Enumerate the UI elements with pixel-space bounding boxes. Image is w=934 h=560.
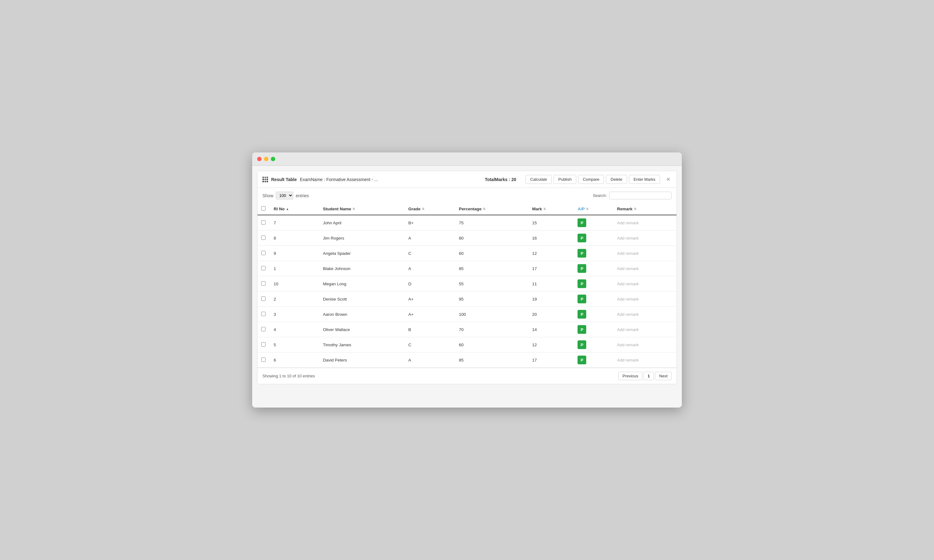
th-remark[interactable]: Remark ⇅ [613, 203, 677, 215]
cell-grade: A [405, 231, 455, 246]
remark-text[interactable]: Add remark [617, 251, 639, 256]
table-row: 8 Jim Rogers A 80 16 P Add remark [257, 231, 677, 246]
cell-remark[interactable]: Add remark [613, 307, 677, 322]
th-rl-no[interactable]: Rl No ▲ [270, 203, 319, 215]
row-checkbox[interactable] [261, 312, 265, 316]
th-mark[interactable]: Mark ⇅ [528, 203, 574, 215]
row-checkbox[interactable] [261, 281, 265, 286]
showing-text: Showing 1 to 10 of 10 entries [262, 374, 315, 378]
ap-badge[interactable]: P [578, 340, 586, 349]
enter-marks-button[interactable]: Enter Marks [629, 175, 660, 184]
next-button[interactable]: Next [655, 372, 672, 380]
ap-badge[interactable]: P [578, 264, 586, 273]
row-checkbox[interactable] [261, 235, 265, 240]
publish-button[interactable]: Publish [553, 175, 576, 184]
select-all-checkbox[interactable] [261, 206, 265, 211]
row-checkbox-cell[interactable] [257, 322, 270, 337]
cell-student-name: Timothy James [319, 337, 404, 352]
remark-text[interactable]: Add remark [617, 312, 639, 317]
row-checkbox-cell[interactable] [257, 276, 270, 292]
cell-remark[interactable]: Add remark [613, 292, 677, 307]
th-ap[interactable]: A/P ⇅ [574, 203, 613, 215]
row-checkbox-cell[interactable] [257, 352, 270, 368]
cell-ap[interactable]: P [574, 292, 613, 307]
remark-text[interactable]: Add remark [617, 266, 639, 271]
row-checkbox-cell[interactable] [257, 246, 270, 261]
row-checkbox[interactable] [261, 342, 265, 346]
cell-remark[interactable]: Add remark [613, 231, 677, 246]
minimize-traffic-light[interactable] [264, 157, 268, 161]
search-input[interactable] [609, 192, 672, 199]
maximize-traffic-light[interactable] [271, 157, 275, 161]
cell-grade: B+ [405, 215, 455, 231]
close-traffic-light[interactable] [257, 157, 262, 161]
cell-rl-no: 6 [270, 352, 319, 368]
content-area: Result Table ExamName : Formative Assess… [257, 171, 677, 384]
cell-remark[interactable]: Add remark [613, 322, 677, 337]
cell-ap[interactable]: P [574, 352, 613, 368]
cell-mark: 15 [528, 215, 574, 231]
remark-text[interactable]: Add remark [617, 358, 639, 362]
cell-ap[interactable]: P [574, 231, 613, 246]
remark-text[interactable]: Add remark [617, 221, 639, 225]
ap-badge[interactable]: P [578, 355, 586, 364]
cell-ap[interactable]: P [574, 337, 613, 352]
row-checkbox[interactable] [261, 297, 265, 301]
compare-button[interactable]: Compare [578, 175, 604, 184]
cell-remark[interactable]: Add remark [613, 337, 677, 352]
page-1-button[interactable]: 1 [644, 372, 654, 380]
row-checkbox-cell[interactable] [257, 261, 270, 276]
toolbar: Result Table ExamName : Formative Assess… [257, 171, 677, 188]
cell-remark[interactable]: Add remark [613, 276, 677, 292]
cell-remark[interactable]: Add remark [613, 352, 677, 368]
previous-button[interactable]: Previous [618, 372, 642, 380]
close-button[interactable]: ✕ [665, 176, 672, 182]
calculate-button[interactable]: Calculate [526, 175, 552, 184]
cell-ap[interactable]: P [574, 215, 613, 231]
remark-text[interactable]: Add remark [617, 343, 639, 347]
row-checkbox[interactable] [261, 266, 265, 270]
cell-remark[interactable]: Add remark [613, 215, 677, 231]
row-checkbox[interactable] [261, 357, 265, 362]
row-checkbox[interactable] [261, 220, 265, 225]
table-footer: Showing 1 to 10 of 10 entries Previous 1… [257, 368, 677, 384]
cell-percentage: 80 [455, 231, 528, 246]
ap-badge[interactable]: P [578, 249, 586, 258]
ap-badge[interactable]: P [578, 310, 586, 318]
cell-remark[interactable]: Add remark [613, 246, 677, 261]
row-checkbox-cell[interactable] [257, 307, 270, 322]
cell-percentage: 95 [455, 292, 528, 307]
row-checkbox-cell[interactable] [257, 292, 270, 307]
cell-ap[interactable]: P [574, 276, 613, 292]
sort-grade-icon: ⇅ [422, 208, 424, 211]
cell-ap[interactable]: P [574, 246, 613, 261]
th-percentage[interactable]: Percentage ⇅ [455, 203, 528, 215]
remark-text[interactable]: Add remark [617, 297, 639, 302]
row-checkbox[interactable] [261, 327, 265, 331]
delete-button[interactable]: Delete [606, 175, 627, 184]
entries-select[interactable]: 10 25 50 100 [276, 192, 293, 199]
ap-badge[interactable]: P [578, 279, 586, 288]
cell-mark: 16 [528, 231, 574, 246]
remark-text[interactable]: Add remark [617, 236, 639, 240]
th-grade[interactable]: Grade ⇅ [405, 203, 455, 215]
row-checkbox-cell[interactable] [257, 231, 270, 246]
remark-text[interactable]: Add remark [617, 282, 639, 286]
th-student-name[interactable]: Student Name ⇅ [319, 203, 404, 215]
cell-remark[interactable]: Add remark [613, 261, 677, 276]
cell-ap[interactable]: P [574, 261, 613, 276]
grid-icon[interactable] [262, 177, 268, 182]
ap-badge[interactable]: P [578, 218, 586, 227]
remark-text[interactable]: Add remark [617, 327, 639, 332]
ap-badge[interactable]: P [578, 295, 586, 303]
row-checkbox-cell[interactable] [257, 337, 270, 352]
ap-badge[interactable]: P [578, 325, 586, 334]
total-marks: TotalMarks : 20 [485, 177, 516, 182]
cell-ap[interactable]: P [574, 307, 613, 322]
th-select-all[interactable] [257, 203, 270, 215]
cell-ap[interactable]: P [574, 322, 613, 337]
search-area: Search: [593, 192, 672, 199]
row-checkbox[interactable] [261, 251, 265, 255]
row-checkbox-cell[interactable] [257, 215, 270, 231]
ap-badge[interactable]: P [578, 234, 586, 242]
